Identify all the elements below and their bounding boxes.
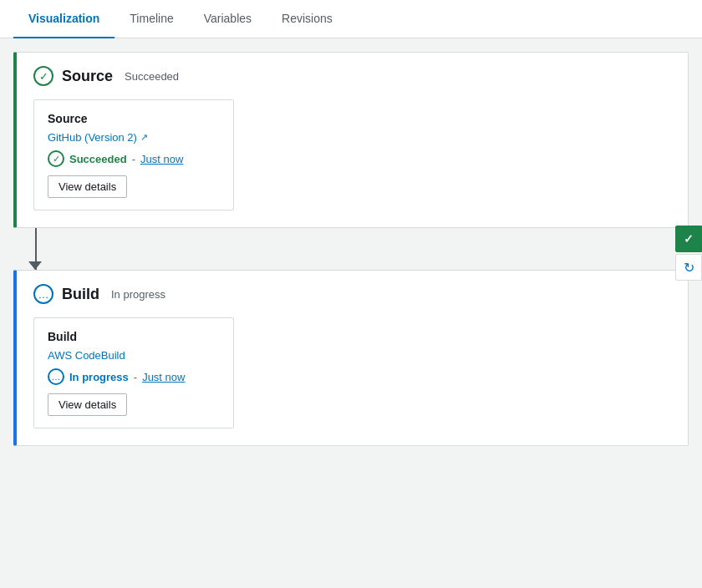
build-action-card: Build AWS CodeBuild … In progress - Just… xyxy=(33,317,234,428)
tab-bar: Visualization Timeline Variables Revisio… xyxy=(0,0,702,38)
tab-revisions[interactable]: Revisions xyxy=(267,0,348,38)
source-action-card: Source GitHub (Version 2) ↗ ✓ Succeeded … xyxy=(33,99,234,210)
build-stage-header: … Build In progress xyxy=(17,271,688,314)
tab-visualization[interactable]: Visualization xyxy=(13,0,114,38)
source-stage-card: ✓ Source Succeeded Source GitHub (Versio… xyxy=(13,52,689,228)
sidebar-success-icon: ✓ xyxy=(684,232,694,246)
build-action-status-icon: … xyxy=(48,368,64,385)
build-action-status-label: In progress xyxy=(69,371,129,383)
external-link-icon: ↗ xyxy=(140,132,148,143)
source-action-status-row: ✓ Succeeded - Just now xyxy=(48,150,220,167)
source-stage-body: Source GitHub (Version 2) ↗ ✓ Succeeded … xyxy=(17,96,688,227)
build-action-link[interactable]: AWS CodeBuild xyxy=(48,349,125,362)
build-stage-progress-icon: … xyxy=(33,284,53,304)
source-view-details-button[interactable]: View details xyxy=(48,175,127,198)
source-stage-title: Source xyxy=(62,68,113,85)
source-stage-status: Succeeded xyxy=(125,70,179,83)
build-view-details-button[interactable]: View details xyxy=(48,393,127,416)
source-action-status-label: Succeeded xyxy=(69,153,127,165)
source-action-link[interactable]: GitHub (Version 2) ↗ xyxy=(48,131,148,144)
source-action-time[interactable]: Just now xyxy=(140,153,183,165)
build-action-status-row: … In progress - Just now xyxy=(48,368,220,385)
arrow-connector xyxy=(13,228,689,270)
source-action-title: Source xyxy=(48,112,220,125)
tab-variables[interactable]: Variables xyxy=(189,0,267,38)
sidebar-badge-refresh[interactable]: ↻ xyxy=(675,254,702,281)
build-action-title: Build xyxy=(48,330,220,343)
build-action-separator: - xyxy=(134,371,137,383)
source-stage-header: ✓ Source Succeeded xyxy=(17,53,688,96)
sidebar-badges: ✓ ↻ xyxy=(675,226,702,281)
build-action-time[interactable]: Just now xyxy=(142,371,185,383)
source-action-separator: - xyxy=(132,153,135,165)
build-stage-status: In progress xyxy=(111,288,165,301)
build-stage-title: Build xyxy=(62,286,99,303)
tab-timeline[interactable]: Timeline xyxy=(114,0,188,38)
sidebar-refresh-icon: ↻ xyxy=(684,260,694,276)
build-stage-card: … Build In progress Build AWS CodeBuild … xyxy=(13,270,689,446)
build-stage-body: Build AWS CodeBuild … In progress - Just… xyxy=(17,314,688,445)
pipeline-content: ✓ Source Succeeded Source GitHub (Versio… xyxy=(0,38,702,459)
source-action-status-icon: ✓ xyxy=(48,150,64,167)
source-stage-success-icon: ✓ xyxy=(33,66,53,86)
arrow-head xyxy=(28,261,42,270)
sidebar-badge-success[interactable]: ✓ xyxy=(675,226,702,252)
